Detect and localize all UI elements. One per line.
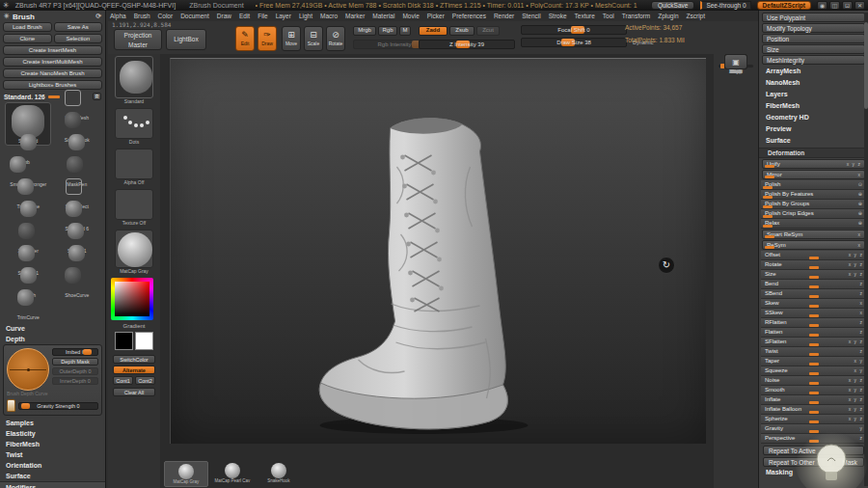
- slider-handle[interactable]: [765, 165, 774, 168]
- brush-section-header[interactable]: FiberMesh: [0, 439, 105, 449]
- modifiers-header[interactable]: Modifiers: [0, 481, 105, 488]
- axis-toggles[interactable]: x y z: [849, 416, 863, 421]
- main-color-swatch[interactable]: [115, 332, 133, 350]
- menu-item[interactable]: Edit: [239, 13, 250, 19]
- tool-section-header[interactable]: Surface: [759, 135, 868, 147]
- menu-item[interactable]: Zplugin: [658, 13, 678, 19]
- menu-item[interactable]: Draw: [217, 13, 231, 19]
- slider-handle[interactable]: [809, 382, 819, 385]
- slider-handle[interactable]: [809, 324, 819, 327]
- tool-panel-button[interactable]: MeshIntegrity: [762, 55, 865, 65]
- replay-icon[interactable]: ↻: [658, 257, 675, 274]
- deformation-row[interactable]: Size x y z: [761, 270, 866, 280]
- alternate-button[interactable]: Alternate: [113, 366, 155, 374]
- slider-handle[interactable]: [809, 353, 819, 356]
- menu-item[interactable]: Picker: [427, 13, 445, 19]
- brush-section-header[interactable]: Samples: [0, 418, 105, 428]
- outerdepth-slider[interactable]: OuterDepth 0: [52, 367, 98, 375]
- deformation-header[interactable]: Deformation: [759, 148, 868, 158]
- window-control-icon[interactable]: ⊡: [842, 1, 853, 10]
- axis-toggles[interactable]: x y z: [849, 252, 863, 258]
- shelf-tool[interactable]: ▣ Frame: [721, 54, 750, 74]
- axis-toggles[interactable]: x y z: [849, 271, 863, 277]
- deformation-row[interactable]: ReSym x: [762, 240, 865, 250]
- zcut-button[interactable]: Zcut: [476, 26, 500, 36]
- brush-section-header[interactable]: Elasticity: [0, 428, 105, 439]
- deformation-row[interactable]: Squeeze x y: [761, 366, 866, 376]
- menu-item[interactable]: Zscript: [687, 13, 706, 19]
- alpha-thumbnail[interactable]: [115, 149, 153, 179]
- window-control-icon[interactable]: ◫: [829, 1, 840, 10]
- deformation-row[interactable]: Smart ReSym x: [762, 230, 865, 239]
- texture-thumbnail[interactable]: [115, 189, 153, 220]
- menu-item[interactable]: Stroke: [549, 13, 567, 19]
- brush-slider-handle[interactable]: [48, 95, 60, 98]
- axis-toggles[interactable]: x y: [854, 367, 863, 373]
- slider-handle[interactable]: [763, 215, 773, 218]
- deformation-row[interactable]: Relax ⊕: [761, 219, 866, 229]
- slider-handle[interactable]: [809, 392, 819, 394]
- tool-panel-button[interactable]: Size: [762, 44, 865, 54]
- clear-all-button[interactable]: Clear All: [113, 388, 155, 396]
- selection-button[interactable]: Selection: [54, 34, 103, 43]
- slider-handle[interactable]: [809, 314, 819, 317]
- axis-toggles[interactable]: z: [860, 319, 864, 325]
- mask-button[interactable]: Mask: [835, 457, 864, 467]
- slider-handle[interactable]: [809, 363, 819, 366]
- axis-toggles[interactable]: x: [858, 231, 862, 237]
- depth-mask-button[interactable]: Depth Mask: [52, 358, 98, 366]
- tool-panel-button[interactable]: Use Polypaint: [762, 13, 865, 22]
- rgb-button[interactable]: Rgb: [378, 26, 397, 36]
- create-insertmesh-button[interactable]: Create InsertMesh: [3, 45, 102, 55]
- section-curve[interactable]: Curve: [0, 323, 105, 334]
- deformation-row[interactable]: Polish Crisp Edges ⊕: [761, 209, 866, 219]
- zsub-button[interactable]: Zsub: [449, 26, 475, 36]
- slider-handle[interactable]: [809, 266, 819, 269]
- current-brush-thumbnail[interactable]: [115, 56, 153, 98]
- menu-item[interactable]: File: [258, 13, 267, 19]
- focal-shift-slider[interactable]: Focal Shift 0: [521, 25, 627, 35]
- section-depth[interactable]: Depth: [0, 334, 105, 344]
- slider-handle[interactable]: [809, 257, 819, 259]
- load-brush-button[interactable]: Load Brush: [3, 22, 52, 32]
- zadd-button[interactable]: Zadd: [419, 26, 448, 36]
- brush-section-header[interactable]: Twist: [0, 449, 105, 460]
- menu-item[interactable]: Movie: [402, 13, 419, 19]
- axis-toggles[interactable]: ⊙: [858, 181, 863, 187]
- deformation-row[interactable]: Skew x: [761, 299, 866, 309]
- deformation-row[interactable]: Smooth x y z: [761, 386, 866, 395]
- tray-item[interactable]: MatCap Pearl Cav: [210, 461, 255, 487]
- slider-handle[interactable]: [763, 225, 773, 228]
- axis-toggles[interactable]: x: [860, 310, 864, 315]
- menu-item[interactable]: Macro: [320, 13, 338, 19]
- m-button[interactable]: M: [399, 26, 411, 36]
- axis-toggles[interactable]: x y z: [849, 396, 863, 402]
- draw-size-slider[interactable]: Draw Size 38: [521, 38, 627, 47]
- masking-header[interactable]: Masking: [759, 467, 868, 478]
- deformation-row[interactable]: Polish By Features ⊕: [761, 190, 866, 200]
- slider-handle[interactable]: [765, 235, 774, 238]
- menu-item[interactable]: Transform: [622, 13, 650, 19]
- clone-button[interactable]: Clone: [3, 34, 52, 43]
- tray-item[interactable]: SnakeHook: [257, 461, 301, 487]
- axis-toggles[interactable]: ⊕: [858, 210, 863, 216]
- axis-toggles[interactable]: x y z: [849, 377, 863, 383]
- tool-section-header[interactable]: Layers: [759, 89, 868, 100]
- axis-toggles[interactable]: ⊕: [858, 191, 863, 197]
- deformation-row[interactable]: Unify x y z: [762, 159, 865, 169]
- axis-toggles[interactable]: ⊕: [858, 220, 863, 226]
- deformation-row[interactable]: Rotate x y z: [761, 260, 866, 270]
- axis-toggles[interactable]: x y z: [849, 261, 863, 267]
- menu-item[interactable]: Alpha: [110, 13, 126, 19]
- menu-item[interactable]: Render: [494, 13, 514, 19]
- depth-gizmo[interactable]: [7, 348, 49, 391]
- menu-item[interactable]: Preferences: [452, 13, 486, 19]
- tool-panel-button[interactable]: Position: [762, 34, 865, 43]
- window-control-icon[interactable]: ✕: [854, 1, 865, 10]
- projection-master-button[interactable]: Projection Master: [114, 29, 162, 50]
- axis-toggles[interactable]: y: [860, 425, 864, 431]
- axis-toggles[interactable]: x y z: [849, 406, 863, 412]
- axis-toggles[interactable]: z: [860, 435, 864, 441]
- material-thumbnail[interactable]: [115, 230, 153, 268]
- slider-handle[interactable]: [809, 411, 819, 414]
